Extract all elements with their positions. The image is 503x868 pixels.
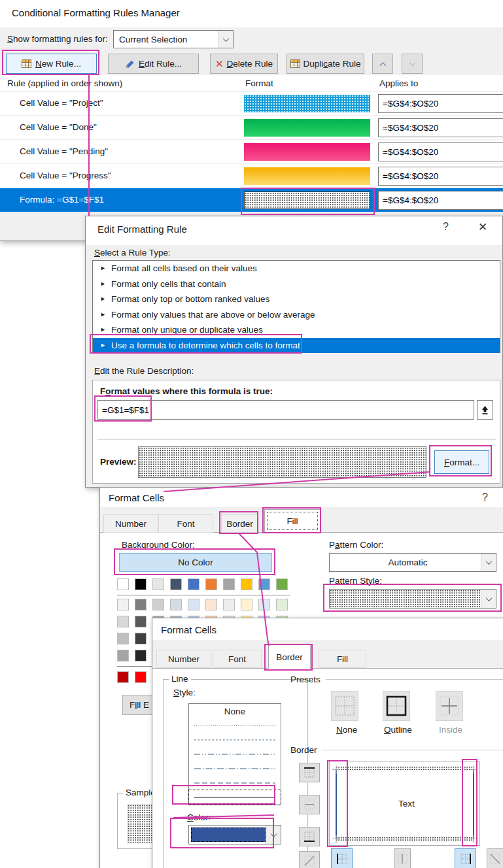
delete-rule-button[interactable]: ✕ Delete Rule — [210, 54, 278, 74]
no-color-button[interactable]: No Color — [119, 553, 272, 572]
color-swatch[interactable] — [135, 671, 147, 683]
rule-type-item[interactable]: ►Format only values that are above or be… — [93, 307, 500, 323]
rule-applies-to-input[interactable] — [378, 191, 503, 210]
show-rules-dropdown-button[interactable] — [218, 31, 233, 48]
color-swatch[interactable] — [117, 616, 129, 627]
rule-row[interactable]: Cell Value = "Pending" — [0, 140, 503, 164]
tab-fill[interactable]: Fill — [319, 650, 366, 668]
tab-font[interactable]: Font — [158, 514, 213, 533]
color-swatch[interactable] — [188, 578, 199, 590]
color-swatch[interactable] — [135, 633, 147, 644]
color-swatch[interactable] — [117, 633, 129, 644]
line-style-sample — [194, 752, 275, 756]
tab-number[interactable]: Number — [103, 514, 158, 533]
show-rules-combobox[interactable]: Current Selection — [113, 30, 234, 48]
rule-row[interactable]: Cell Value = "Done" — [0, 116, 503, 140]
color-swatch[interactable] — [276, 578, 288, 590]
line-style-sample — [194, 795, 275, 799]
rule-type-item[interactable]: ►Format only cells that contain — [93, 276, 500, 292]
rule-row[interactable]: Cell Value = "Progress" — [0, 164, 503, 188]
preview-label: Preview: — [100, 457, 137, 467]
pattern-color-combobox[interactable]: Automatic — [329, 553, 496, 572]
color-swatch[interactable] — [170, 578, 182, 590]
line-style-item-dash-dot[interactable] — [189, 761, 281, 776]
line-style-item-dotted-fine[interactable] — [189, 718, 281, 733]
preset-none-button[interactable] — [331, 691, 358, 721]
format-button[interactable]: Format... — [434, 450, 489, 474]
tab-border[interactable]: Border — [268, 644, 311, 669]
color-swatch[interactable] — [205, 599, 217, 610]
pattern-style-swatch — [330, 590, 481, 608]
tab-number[interactable]: Number — [156, 650, 211, 668]
border-diagonal-down-button[interactable] — [487, 848, 503, 868]
rule-row[interactable]: Cell Value = "Project" — [0, 92, 503, 116]
line-style-item-none[interactable]: None — [189, 704, 281, 718]
border-preview[interactable]: Text — [329, 761, 480, 846]
preset-inside-button[interactable] — [436, 691, 463, 721]
border-bottom-icon — [303, 830, 316, 843]
border-left-icon — [336, 852, 349, 865]
color-swatch[interactable] — [117, 671, 129, 683]
rule-type-arrow-icon: ► — [100, 292, 106, 307]
color-swatch[interactable] — [188, 599, 199, 610]
help-button[interactable]: ? — [482, 492, 488, 503]
color-dropdown-button[interactable] — [266, 826, 281, 844]
color-swatch[interactable] — [117, 650, 129, 661]
color-swatch[interactable] — [258, 599, 270, 610]
color-swatch[interactable] — [170, 599, 182, 610]
rule-type-item[interactable]: ►Use a formula to determine which cells … — [93, 338, 500, 354]
color-swatch[interactable] — [258, 578, 270, 590]
preset-outline-button[interactable] — [383, 691, 410, 721]
color-swatch[interactable] — [223, 578, 235, 590]
move-rule-up-button[interactable] — [372, 54, 393, 74]
line-style-item-solid[interactable] — [189, 790, 281, 805]
border-bottom-button[interactable] — [299, 827, 320, 846]
tab-border[interactable]: Border — [221, 514, 258, 533]
color-combobox[interactable] — [188, 825, 281, 844]
new-rule-button[interactable]: New Rule... — [6, 54, 97, 74]
border-inside-vertical-button[interactable] — [394, 848, 411, 868]
border-right-button[interactable] — [455, 848, 476, 868]
color-swatch[interactable] — [135, 650, 147, 661]
tab-font[interactable]: Font — [213, 650, 262, 668]
line-style-item-dash-dot-dot[interactable] — [189, 747, 281, 761]
move-rule-down-button[interactable] — [402, 54, 423, 74]
rule-applies-to-input[interactable] — [378, 118, 503, 137]
color-swatch[interactable] — [276, 599, 288, 610]
pattern-style-combobox[interactable] — [329, 589, 496, 609]
rule-applies-to-input[interactable] — [378, 167, 503, 186]
color-swatch[interactable] — [241, 578, 252, 590]
tab-fill[interactable]: Fill — [264, 509, 321, 533]
border-diagonal-up-icon — [303, 854, 316, 867]
border-top-button[interactable] — [299, 763, 320, 782]
rule-type-item[interactable]: ►Format all cells based on their values — [93, 261, 500, 276]
color-swatch[interactable] — [223, 599, 235, 610]
close-button[interactable]: ✕ — [478, 220, 487, 234]
line-style-item-dashed[interactable] — [189, 776, 281, 790]
range-picker-button[interactable] — [477, 400, 493, 420]
pattern-style-dropdown-button[interactable] — [481, 590, 496, 608]
color-swatch[interactable] — [205, 578, 217, 590]
color-swatch[interactable] — [117, 599, 129, 610]
rule-row[interactable]: Formula: =G$1=$F$1 — [0, 188, 503, 212]
color-swatch[interactable] — [241, 599, 252, 610]
rule-applies-to-input[interactable] — [378, 142, 503, 161]
border-diagonal-up-button[interactable] — [299, 851, 320, 868]
line-style-item-dashed-small[interactable] — [189, 733, 281, 747]
color-swatch[interactable] — [135, 599, 147, 610]
color-swatch[interactable] — [117, 578, 129, 590]
border-left-button[interactable] — [331, 848, 353, 868]
border-inside-horizontal-button[interactable] — [299, 795, 320, 814]
color-swatch[interactable] — [135, 578, 147, 590]
rule-type-item[interactable]: ►Format only unique or duplicate values — [93, 322, 500, 338]
edit-rule-button[interactable]: Edit Rule... — [108, 54, 199, 74]
rule-applies-to-input[interactable] — [378, 94, 503, 113]
color-swatch[interactable] — [152, 599, 164, 610]
rule-type-item[interactable]: ►Format only top or bottom ranked values — [93, 292, 500, 307]
pattern-color-dropdown-button[interactable] — [481, 554, 496, 571]
duplicate-rule-button[interactable]: Duplicate Rule — [286, 54, 364, 74]
help-button[interactable]: ? — [443, 221, 449, 233]
color-swatch[interactable] — [135, 616, 147, 627]
color-swatch[interactable] — [152, 578, 164, 590]
formula-input[interactable] — [97, 400, 474, 420]
